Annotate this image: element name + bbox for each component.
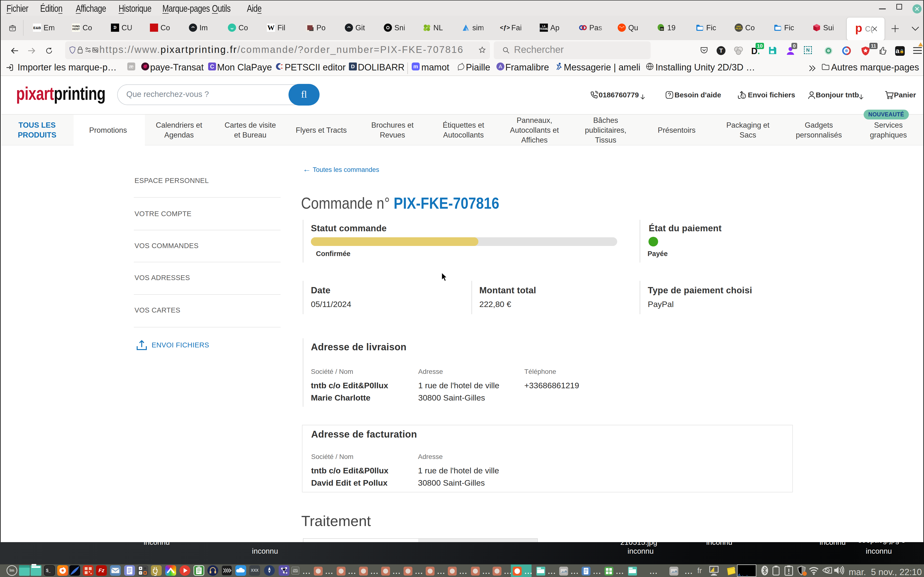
svg-text:m: m	[661, 27, 663, 31]
